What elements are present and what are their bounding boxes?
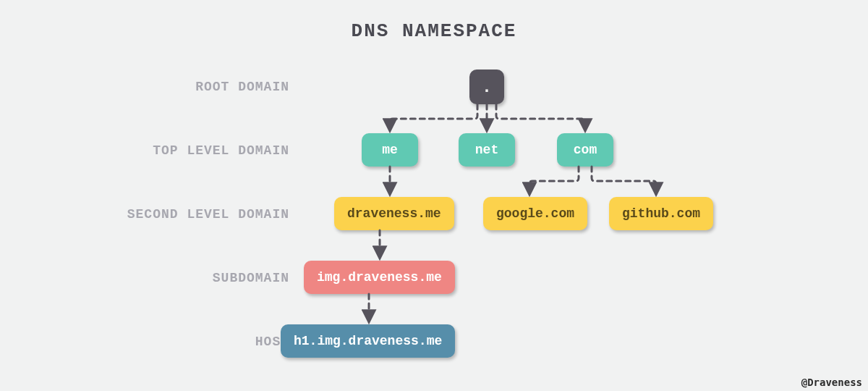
node-root: . xyxy=(469,70,504,104)
level-label-sld: SECOND LEVEL DOMAIN xyxy=(109,207,289,222)
level-label-host: HOST xyxy=(109,335,289,349)
node-sld-google: google.com xyxy=(483,197,587,230)
node-sld-github: github.com xyxy=(609,197,713,230)
node-tld-net: net xyxy=(459,133,515,167)
node-subdomain-img: img.draveness.me xyxy=(304,261,455,294)
level-label-root: ROOT DOMAIN xyxy=(109,80,289,94)
level-label-subdomain: SUBDOMAIN xyxy=(109,271,289,285)
diagram-title: DNS NAMESPACE xyxy=(0,20,868,42)
node-tld-me: me xyxy=(362,133,418,167)
node-tld-com: com xyxy=(557,133,613,167)
credit: @Draveness xyxy=(801,377,862,388)
level-label-tld: TOP LEVEL DOMAIN xyxy=(109,143,289,158)
node-sld-draveness: draveness.me xyxy=(334,197,454,230)
node-host-h1: h1.img.draveness.me xyxy=(281,324,455,358)
